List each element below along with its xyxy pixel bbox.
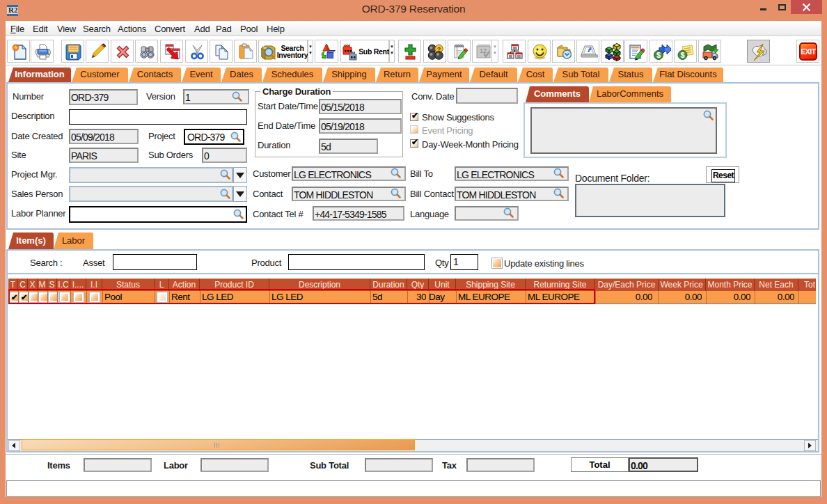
svg-text:$: $ [656,51,661,59]
svg-text:12: 12 [480,47,487,54]
svg-text:?: ? [437,46,441,53]
svg-text:$: $ [680,51,684,59]
